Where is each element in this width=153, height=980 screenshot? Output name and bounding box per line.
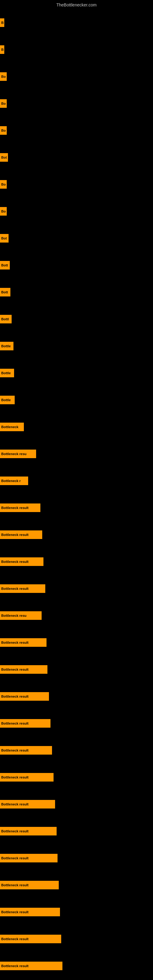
bars-container: BBBoBoBoBotBoBoBotBottBottBottlBottleBot… — [0, 9, 153, 979]
bar-row: Bo — [0, 90, 153, 117]
bar-label: Bottleneck result — [0, 665, 48, 674]
bar-row: Bottleneck result — [0, 953, 153, 979]
bar-label: Bo — [0, 126, 7, 135]
site-title: TheBottlenecker.com — [0, 0, 153, 9]
bar-label: Bottleneck resu — [0, 611, 41, 620]
bar-row: Bottle — [0, 360, 153, 387]
bar-label: Bo — [0, 180, 7, 189]
bar-label: B — [0, 18, 4, 27]
bar-row: Bottleneck result — [0, 656, 153, 683]
bar-row: Bottleneck result — [0, 791, 153, 818]
bar-label: B — [0, 45, 4, 54]
bar-label: Bo — [0, 207, 7, 216]
bar-row: Bot — [0, 144, 153, 171]
bar-label: Bottl — [0, 315, 12, 323]
bar-row: Bottle — [0, 332, 153, 360]
bar-row: B — [0, 36, 153, 63]
bar-label: Bottleneck r — [0, 477, 28, 485]
bar-row: Bottleneck resu — [0, 441, 153, 467]
bar-label: Bottleneck result — [0, 827, 57, 835]
bar-label: Bot — [0, 153, 8, 162]
bar-label: Bottleneck result — [0, 584, 45, 593]
bar-label: Bottleneck — [0, 423, 24, 431]
bar-row: Bottleneck result — [0, 710, 153, 737]
bar-row: Bottleneck result — [0, 899, 153, 926]
bar-row: Bottleneck result — [0, 926, 153, 953]
bar-row: Bottleneck r — [0, 467, 153, 494]
bar-label: Bottleneck result — [0, 503, 40, 512]
bar-label: Bottleneck resu — [0, 450, 36, 458]
bar-row: Bottleneck result — [0, 683, 153, 710]
bar-row: Bottleneck result — [0, 818, 153, 845]
bar-label: Bot — [0, 234, 9, 243]
bar-row: Bottleneck — [0, 414, 153, 441]
bar-label: Bottleneck result — [0, 935, 61, 943]
bar-label: Bottleneck result — [0, 557, 43, 566]
bar-row: Bottleneck result — [0, 575, 153, 602]
bar-row: Bo — [0, 117, 153, 144]
bar-label: Bottle — [0, 342, 13, 350]
bar-row: Bottleneck resu — [0, 602, 153, 629]
bar-row: Bottleneck result — [0, 494, 153, 521]
bar-label: Bo — [0, 99, 7, 108]
bar-label: Bott — [0, 261, 10, 269]
bar-label: Bottleneck result — [0, 746, 52, 755]
bar-label: Bottleneck result — [0, 881, 59, 889]
bar-label: Bott — [0, 288, 10, 296]
bar-row: Bottleneck result — [0, 737, 153, 764]
bar-label: Bottleneck result — [0, 530, 42, 539]
bar-row: Bottleneck result — [0, 629, 153, 656]
bar-row: Bottleneck result — [0, 872, 153, 899]
bar-row: Bottleneck result — [0, 548, 153, 575]
bar-label: Bottleneck result — [0, 800, 55, 808]
bar-row: Bott — [0, 252, 153, 279]
bar-label: Bottle — [0, 396, 15, 404]
bar-label: Bottleneck result — [0, 962, 62, 970]
bar-row: Bo — [0, 171, 153, 198]
bar-label: Bottleneck result — [0, 719, 51, 728]
bar-row: Bott — [0, 279, 153, 305]
bar-label: Bottleneck result — [0, 908, 60, 916]
bar-row: Bottle — [0, 387, 153, 414]
bar-label: Bottle — [0, 369, 14, 377]
bar-row: Bo — [0, 63, 153, 90]
bar-label: Bo — [0, 72, 7, 81]
bar-row: Bottleneck result — [0, 521, 153, 548]
bar-row: Bottl — [0, 305, 153, 332]
bar-label: Bottleneck result — [0, 638, 46, 647]
bar-label: Bottleneck result — [0, 692, 49, 701]
bar-row: Bo — [0, 198, 153, 225]
bar-label: Bottleneck result — [0, 773, 54, 781]
bar-row: B — [0, 9, 153, 36]
bar-row: Bottleneck result — [0, 845, 153, 872]
bar-label: Bottleneck result — [0, 854, 57, 862]
bar-row: Bottleneck result — [0, 764, 153, 791]
bar-row: Bot — [0, 225, 153, 252]
